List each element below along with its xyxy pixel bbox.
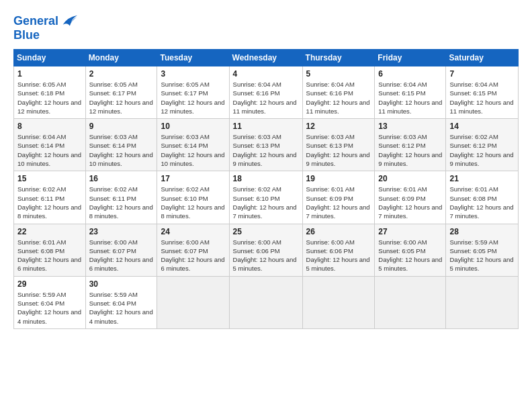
day-number: 13 (378, 122, 442, 131)
calendar-row: 1 Sunrise: 6:05 AM Sunset: 6:18 PM Dayli… (14, 66, 519, 119)
page: General Blue Sunday Monday Tuesday Wedne… (0, 0, 532, 411)
day-number: 2 (89, 69, 154, 79)
day-number: 10 (161, 122, 225, 131)
day-info: Sunrise: 5:59 AM Sunset: 6:05 PM Dayligh… (449, 238, 515, 273)
header-row: Sunday Monday Tuesday Wednesday Thursday… (14, 50, 519, 66)
calendar-cell: 24 Sunrise: 6:00 AM Sunset: 6:07 PM Dayl… (157, 224, 229, 276)
day-info: Sunrise: 6:03 AM Sunset: 6:13 PM Dayligh… (233, 132, 299, 168)
day-number: 8 (17, 122, 82, 131)
calendar-cell: 16 Sunrise: 6:02 AM Sunset: 6:11 PM Dayl… (85, 171, 157, 224)
calendar-cell (229, 276, 302, 328)
calendar-cell: 19 Sunrise: 6:01 AM Sunset: 6:09 PM Dayl… (302, 171, 375, 224)
day-info: Sunrise: 6:04 AM Sunset: 6:16 PM Dayligh… (306, 80, 371, 116)
col-wednesday: Wednesday (229, 50, 302, 66)
calendar-cell: 4 Sunrise: 6:04 AM Sunset: 6:16 PM Dayli… (229, 66, 302, 119)
day-info: Sunrise: 6:05 AM Sunset: 6:18 PM Dayligh… (17, 80, 82, 116)
day-number: 15 (17, 174, 82, 183)
col-monday: Monday (85, 50, 157, 66)
calendar-cell: 23 Sunrise: 6:00 AM Sunset: 6:07 PM Dayl… (85, 224, 157, 276)
calendar-cell: 5 Sunrise: 6:04 AM Sunset: 6:16 PM Dayli… (302, 66, 375, 119)
day-info: Sunrise: 6:02 AM Sunset: 6:11 PM Dayligh… (17, 185, 82, 220)
header: General Blue (13, 12, 519, 42)
calendar-table: Sunday Monday Tuesday Wednesday Thursday… (13, 49, 519, 329)
day-info: Sunrise: 6:02 AM Sunset: 6:10 PM Dayligh… (233, 185, 299, 220)
calendar-row: 8 Sunrise: 6:04 AM Sunset: 6:14 PM Dayli… (14, 119, 519, 171)
day-number: 11 (233, 122, 299, 131)
calendar-cell: 10 Sunrise: 6:03 AM Sunset: 6:14 PM Dayl… (157, 119, 229, 171)
day-info: Sunrise: 5:59 AM Sunset: 6:04 PM Dayligh… (89, 290, 154, 326)
day-info: Sunrise: 6:00 AM Sunset: 6:06 PM Dayligh… (233, 238, 299, 273)
day-number: 24 (161, 227, 225, 236)
calendar-cell: 30 Sunrise: 5:59 AM Sunset: 6:04 PM Dayl… (85, 276, 157, 328)
calendar-cell: 6 Sunrise: 6:04 AM Sunset: 6:15 PM Dayli… (375, 66, 446, 119)
day-number: 18 (233, 174, 299, 183)
day-info: Sunrise: 6:04 AM Sunset: 6:14 PM Dayligh… (17, 132, 82, 168)
day-number: 20 (378, 174, 442, 183)
day-number: 27 (378, 227, 442, 236)
day-info: Sunrise: 6:05 AM Sunset: 6:17 PM Dayligh… (161, 80, 225, 116)
logo-general: General (13, 15, 58, 28)
day-number: 25 (233, 227, 299, 236)
calendar-row: 15 Sunrise: 6:02 AM Sunset: 6:11 PM Dayl… (14, 171, 519, 224)
calendar-cell: 27 Sunrise: 6:00 AM Sunset: 6:05 PM Dayl… (375, 224, 446, 276)
col-saturday: Saturday (446, 50, 519, 66)
day-info: Sunrise: 6:04 AM Sunset: 6:15 PM Dayligh… (449, 80, 515, 116)
logo: General Blue (13, 12, 79, 42)
calendar-cell: 17 Sunrise: 6:02 AM Sunset: 6:10 PM Dayl… (157, 171, 229, 224)
col-tuesday: Tuesday (157, 50, 229, 66)
calendar-cell: 18 Sunrise: 6:02 AM Sunset: 6:10 PM Dayl… (229, 171, 302, 224)
day-number: 3 (161, 69, 225, 79)
day-info: Sunrise: 6:01 AM Sunset: 6:09 PM Dayligh… (306, 185, 371, 220)
calendar-cell (375, 276, 446, 328)
day-info: Sunrise: 6:03 AM Sunset: 6:13 PM Dayligh… (306, 132, 371, 168)
day-info: Sunrise: 6:01 AM Sunset: 6:09 PM Dayligh… (378, 185, 442, 220)
calendar-cell: 29 Sunrise: 5:59 AM Sunset: 6:04 PM Dayl… (14, 276, 86, 328)
day-info: Sunrise: 6:00 AM Sunset: 6:06 PM Dayligh… (306, 238, 371, 273)
calendar-cell: 9 Sunrise: 6:03 AM Sunset: 6:14 PM Dayli… (85, 119, 157, 171)
day-number: 28 (449, 227, 515, 236)
day-info: Sunrise: 6:00 AM Sunset: 6:05 PM Dayligh… (378, 238, 442, 273)
calendar-cell: 28 Sunrise: 5:59 AM Sunset: 6:05 PM Dayl… (446, 224, 519, 276)
calendar-cell: 2 Sunrise: 6:05 AM Sunset: 6:17 PM Dayli… (85, 66, 157, 119)
day-number: 26 (306, 227, 371, 236)
col-friday: Friday (375, 50, 446, 66)
calendar-cell: 8 Sunrise: 6:04 AM Sunset: 6:14 PM Dayli… (14, 119, 86, 171)
calendar-cell: 11 Sunrise: 6:03 AM Sunset: 6:13 PM Dayl… (229, 119, 302, 171)
calendar-row: 29 Sunrise: 5:59 AM Sunset: 6:04 PM Dayl… (14, 276, 519, 328)
day-info: Sunrise: 6:05 AM Sunset: 6:17 PM Dayligh… (89, 80, 154, 116)
day-info: Sunrise: 6:03 AM Sunset: 6:14 PM Dayligh… (161, 132, 225, 168)
day-number: 7 (449, 69, 515, 79)
day-number: 29 (17, 279, 82, 289)
day-info: Sunrise: 6:04 AM Sunset: 6:15 PM Dayligh… (378, 80, 442, 116)
calendar-cell: 3 Sunrise: 6:05 AM Sunset: 6:17 PM Dayli… (157, 66, 229, 119)
day-info: Sunrise: 6:02 AM Sunset: 6:10 PM Dayligh… (161, 185, 225, 220)
calendar-cell: 14 Sunrise: 6:02 AM Sunset: 6:12 PM Dayl… (446, 119, 519, 171)
day-info: Sunrise: 6:01 AM Sunset: 6:08 PM Dayligh… (17, 238, 82, 273)
calendar-cell: 13 Sunrise: 6:03 AM Sunset: 6:12 PM Dayl… (375, 119, 446, 171)
day-number: 23 (89, 227, 154, 236)
calendar-cell: 7 Sunrise: 6:04 AM Sunset: 6:15 PM Dayli… (446, 66, 519, 119)
day-number: 22 (17, 227, 82, 236)
day-number: 14 (449, 122, 515, 131)
day-info: Sunrise: 6:01 AM Sunset: 6:08 PM Dayligh… (449, 185, 515, 220)
calendar-cell: 21 Sunrise: 6:01 AM Sunset: 6:08 PM Dayl… (446, 171, 519, 224)
day-number: 6 (378, 69, 442, 79)
day-info: Sunrise: 6:03 AM Sunset: 6:12 PM Dayligh… (378, 132, 442, 168)
day-number: 12 (306, 122, 371, 131)
day-number: 1 (17, 69, 82, 79)
calendar-row: 22 Sunrise: 6:01 AM Sunset: 6:08 PM Dayl… (14, 224, 519, 276)
logo-bird-icon (60, 12, 79, 31)
day-number: 30 (89, 279, 154, 289)
calendar-cell: 25 Sunrise: 6:00 AM Sunset: 6:06 PM Dayl… (229, 224, 302, 276)
calendar-cell: 20 Sunrise: 6:01 AM Sunset: 6:09 PM Dayl… (375, 171, 446, 224)
day-number: 17 (161, 174, 225, 183)
day-info: Sunrise: 5:59 AM Sunset: 6:04 PM Dayligh… (17, 290, 82, 326)
day-number: 19 (306, 174, 371, 183)
day-info: Sunrise: 6:00 AM Sunset: 6:07 PM Dayligh… (161, 238, 225, 273)
day-number: 4 (233, 69, 299, 79)
calendar-cell: 22 Sunrise: 6:01 AM Sunset: 6:08 PM Dayl… (14, 224, 86, 276)
col-sunday: Sunday (14, 50, 86, 66)
calendar-cell (157, 276, 229, 328)
day-number: 21 (449, 174, 515, 183)
calendar-cell (446, 276, 519, 328)
